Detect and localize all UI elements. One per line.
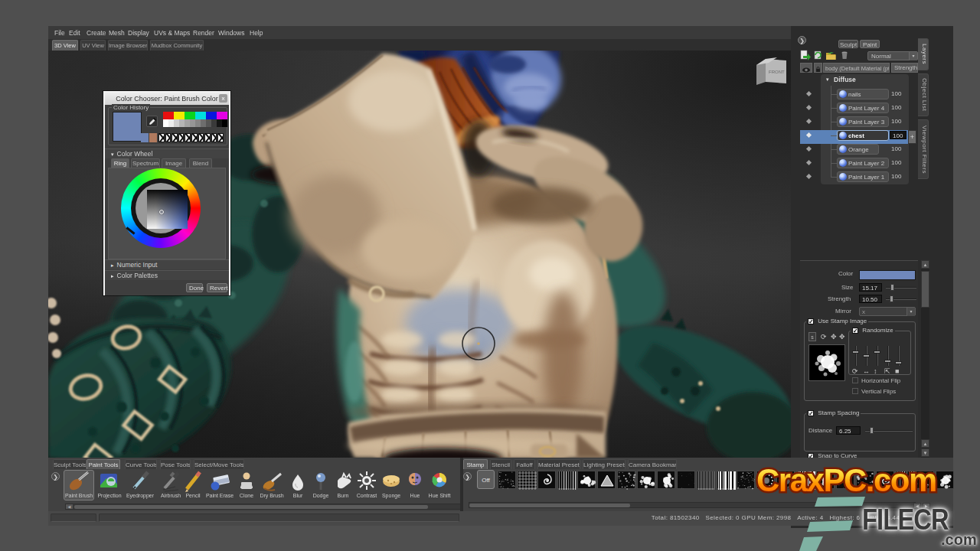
svg-text:FRONT: FRONT bbox=[769, 70, 785, 74]
